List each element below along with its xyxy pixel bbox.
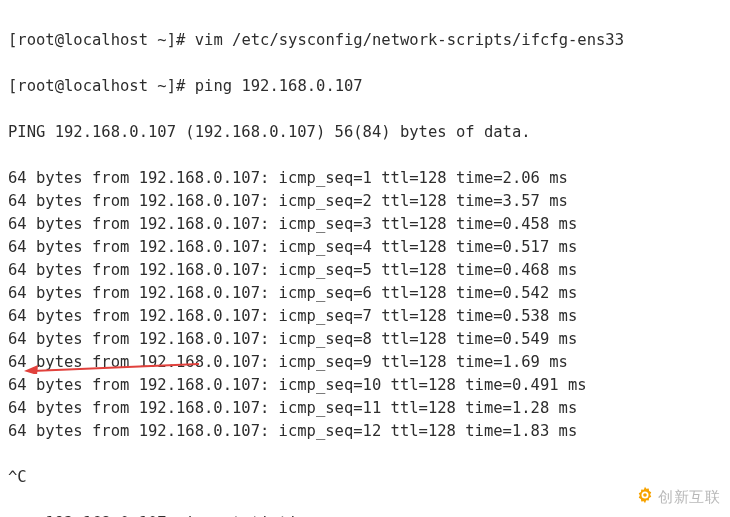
ping-reply-line: 64 bytes from 192.168.0.107: icmp_seq=9 … xyxy=(8,351,722,374)
ping-reply-line: 64 bytes from 192.168.0.107: icmp_seq=11… xyxy=(8,397,722,420)
command-line-ping: [root@localhost ~]# ping 192.168.0.107 xyxy=(8,75,722,98)
ping-reply-line: 64 bytes from 192.168.0.107: icmp_seq=7 … xyxy=(8,305,722,328)
gear-icon xyxy=(635,485,655,511)
stats-header: --- 192.168.0.107 ping statistics --- xyxy=(8,512,722,517)
prompt-cwd: ~ xyxy=(157,31,166,49)
ping-reply-line: 64 bytes from 192.168.0.107: icmp_seq=2 … xyxy=(8,190,722,213)
ping-reply-line: 64 bytes from 192.168.0.107: icmp_seq=3 … xyxy=(8,213,722,236)
ping-reply-line: 64 bytes from 192.168.0.107: icmp_seq=12… xyxy=(8,420,722,443)
prompt-symbol: # xyxy=(176,31,185,49)
terminal-output[interactable]: [root@localhost ~]# vim /etc/sysconfig/n… xyxy=(0,0,730,517)
prompt-user: root xyxy=(17,77,54,95)
ping-reply-line: 64 bytes from 192.168.0.107: icmp_seq=10… xyxy=(8,374,722,397)
command-line-vim: [root@localhost ~]# vim /etc/sysconfig/n… xyxy=(8,29,722,52)
command-text: vim /etc/sysconfig/network-scripts/ifcfg… xyxy=(195,31,624,49)
ping-header: PING 192.168.0.107 (192.168.0.107) 56(84… xyxy=(8,121,722,144)
command-text: ping 192.168.0.107 xyxy=(195,77,363,95)
interrupt-signal: ^C xyxy=(8,466,722,489)
prompt-user: root xyxy=(17,31,54,49)
ping-reply-line: 64 bytes from 192.168.0.107: icmp_seq=5 … xyxy=(8,259,722,282)
watermark-text: 创新互联 xyxy=(658,488,720,505)
ping-reply-line: 64 bytes from 192.168.0.107: icmp_seq=6 … xyxy=(8,282,722,305)
prompt-cwd: ~ xyxy=(157,77,166,95)
prompt-host: localhost xyxy=(64,77,148,95)
ping-reply-line: 64 bytes from 192.168.0.107: icmp_seq=4 … xyxy=(8,236,722,259)
watermark: 创新互联 xyxy=(635,485,720,511)
svg-point-3 xyxy=(643,493,647,497)
prompt-symbol: # xyxy=(176,77,185,95)
prompt-host: localhost xyxy=(64,31,148,49)
ping-reply-line: 64 bytes from 192.168.0.107: icmp_seq=8 … xyxy=(8,328,722,351)
ping-replies: 64 bytes from 192.168.0.107: icmp_seq=1 … xyxy=(8,167,722,443)
ping-reply-line: 64 bytes from 192.168.0.107: icmp_seq=1 … xyxy=(8,167,722,190)
